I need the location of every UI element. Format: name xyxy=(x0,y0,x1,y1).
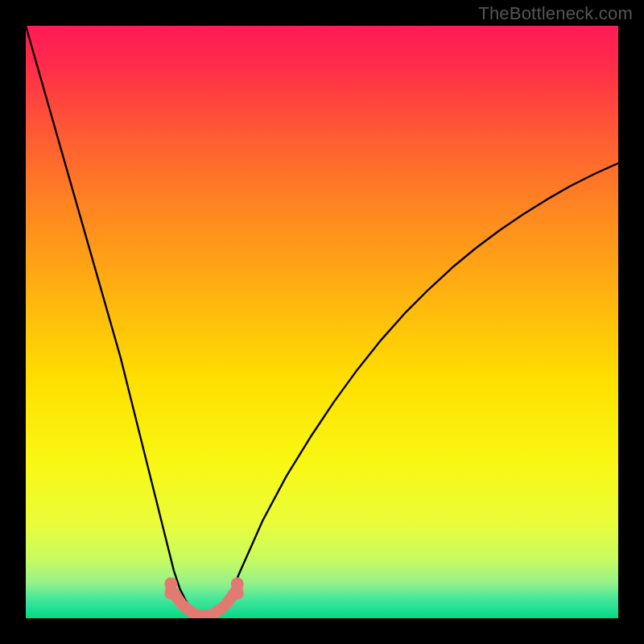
plot-area xyxy=(26,26,618,618)
chart-container: TheBottleneck.com xyxy=(0,0,644,644)
bottleneck-chart xyxy=(26,26,618,618)
gradient-background xyxy=(26,26,618,618)
marker-dot xyxy=(164,587,177,600)
marker-dot xyxy=(231,587,244,600)
watermark-label: TheBottleneck.com xyxy=(478,3,633,24)
